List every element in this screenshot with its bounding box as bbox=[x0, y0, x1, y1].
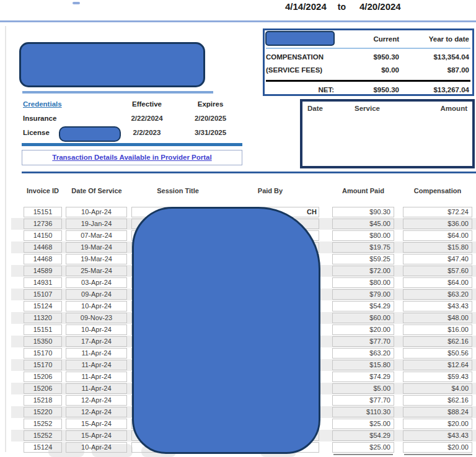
invoice-id-cell: 14150 bbox=[24, 230, 62, 241]
statement-period: 4/14/2024 to 4/20/2024 bbox=[285, 1, 401, 12]
period-separator: to bbox=[338, 2, 346, 12]
amount-column-underline bbox=[333, 454, 393, 455]
compensation-cell: $57.60 bbox=[403, 266, 472, 276]
summary-row-label: (SERVICE FEES) bbox=[266, 64, 335, 77]
invoice-id-cell: 15218 bbox=[24, 395, 62, 406]
amount-paid-cell: $110.30 bbox=[332, 407, 394, 417]
amount-paid-cell: $77.70 bbox=[332, 395, 394, 406]
pending-col-date: Date bbox=[307, 105, 323, 112]
date-of-service-cell: 19-Mar-24 bbox=[66, 254, 127, 264]
amount-paid-cell: $59.25 bbox=[332, 254, 394, 264]
mid-divider-rule bbox=[22, 172, 476, 173]
date-of-service-cell: 12-Apr-24 bbox=[66, 395, 127, 406]
date-of-service-cell: 25-Mar-24 bbox=[66, 266, 127, 276]
invoice-id-cell: 15220 bbox=[24, 407, 62, 417]
date-of-service-cell: 10-Apr-24 bbox=[66, 301, 127, 311]
amount-paid-cell: $20.00 bbox=[332, 324, 394, 335]
credential-effective-date: 2/22/2024 bbox=[116, 112, 178, 126]
invoice-id-cell: 12736 bbox=[24, 219, 62, 229]
date-of-service-cell: 11-Apr-24 bbox=[66, 372, 127, 382]
compensation-cell: $12.64 bbox=[403, 360, 472, 370]
redacted-license-number-box bbox=[59, 126, 121, 142]
header-session-title: Session Title bbox=[131, 187, 224, 194]
amount-paid-cell: $90.30 bbox=[332, 207, 394, 217]
summary-net-ytd: $13,267.04 bbox=[400, 84, 470, 97]
invoice-id-cell: 15206 bbox=[24, 383, 62, 394]
date-of-service-cell: 15-Apr-24 bbox=[66, 430, 127, 441]
summary-col-current: Current bbox=[335, 32, 400, 47]
date-of-service-cell: 09-Nov-23 bbox=[66, 313, 127, 323]
invoice-id-cell: 15350 bbox=[24, 336, 62, 347]
credential-expires-date: 2/20/2025 bbox=[178, 112, 243, 126]
header-amount-paid: Amount Paid bbox=[332, 187, 394, 194]
portal-link[interactable]: Transaction Details Available in Provide… bbox=[52, 154, 211, 161]
invoice-id-cell: 14931 bbox=[24, 277, 62, 288]
credentials-section: Credentials Effective Expires Insurance … bbox=[23, 98, 258, 141]
amount-paid-cell: $72.00 bbox=[332, 266, 394, 276]
invoice-id-cell: 14468 bbox=[24, 242, 62, 253]
compensation-cell: $16.00 bbox=[403, 324, 472, 335]
invoice-id-cell: 15124 bbox=[24, 301, 62, 311]
compensation-cell: $20.00 bbox=[403, 442, 472, 453]
date-of-service-cell: 19-Jan-24 bbox=[66, 219, 127, 229]
date-of-service-cell: 15-Apr-24 bbox=[66, 419, 127, 429]
compensation-cell: $72.24 bbox=[403, 207, 472, 217]
date-of-service-cell: 07-Mar-24 bbox=[66, 230, 127, 241]
compensation-cell: $50.56 bbox=[403, 348, 472, 359]
redacted-summary-label-box bbox=[265, 31, 335, 46]
compensation-cell: $47.40 bbox=[403, 254, 472, 264]
period-end-date: 4/20/2024 bbox=[359, 1, 401, 12]
top-divider-rule bbox=[0, 20, 476, 22]
amount-paid-cell: $15.80 bbox=[332, 360, 394, 370]
amount-paid-cell: $54.29 bbox=[332, 301, 394, 311]
compensation-cell: $63.20 bbox=[403, 289, 472, 300]
compensation-cell: $64.00 bbox=[403, 277, 472, 288]
amount-paid-cell: $45.00 bbox=[332, 219, 394, 229]
credentials-link[interactable]: Credentials bbox=[23, 100, 62, 108]
amount-paid-cell: $80.00 bbox=[332, 230, 394, 241]
portal-link-box: Transaction Details Available in Provide… bbox=[22, 150, 242, 165]
amount-paid-cell: $79.00 bbox=[332, 289, 394, 300]
pending-col-service: Service bbox=[355, 105, 380, 112]
credentials-col-expires: Expires bbox=[178, 98, 243, 112]
summary-net-current: $950.30 bbox=[335, 84, 400, 97]
invoice-table-headers: Invoice ID Date Of Service Session Title… bbox=[0, 187, 476, 198]
summary-row-current: $950.30 bbox=[335, 51, 400, 64]
compensation-summary-table: Current Year to date COMPENSATION $950.3… bbox=[263, 28, 474, 96]
date-of-service-cell: 09-Apr-24 bbox=[66, 289, 127, 300]
summary-net-label: NET: bbox=[266, 84, 335, 97]
amount-paid-cell: $19.75 bbox=[332, 242, 394, 253]
header-date-of-service: Date Of Service bbox=[60, 187, 134, 194]
amount-paid-cell: $25.00 bbox=[332, 442, 394, 453]
amount-paid-cell: $54.29 bbox=[332, 430, 394, 441]
invoice-id-cell: 15151 bbox=[24, 207, 62, 217]
credentials-col-effective: Effective bbox=[116, 98, 178, 112]
pending-col-amount: Amount bbox=[441, 105, 467, 112]
invoice-id-cell: 14589 bbox=[24, 266, 62, 276]
date-of-service-cell: 12-Apr-24 bbox=[66, 407, 127, 417]
header-compensation: Compensation bbox=[403, 187, 472, 194]
date-of-service-cell: 10-Apr-24 bbox=[66, 442, 127, 453]
summary-col-ytd: Year to date bbox=[400, 32, 470, 47]
summary-row-ytd: $13,354.04 bbox=[400, 51, 470, 64]
invoice-id-cell: 11320 bbox=[24, 313, 62, 323]
invoice-id-cell: 15170 bbox=[24, 360, 62, 370]
period-start-date: 4/14/2024 bbox=[285, 1, 327, 12]
compensation-cell: $36.00 bbox=[403, 219, 472, 229]
invoice-id-cell: 15206 bbox=[24, 372, 62, 382]
invoice-id-cell: 15252 bbox=[24, 419, 62, 429]
divider-above-link bbox=[22, 143, 242, 146]
compensation-cell: $88.24 bbox=[403, 407, 472, 417]
invoice-id-cell: 15151 bbox=[24, 324, 62, 335]
amount-paid-cell: $5.00 bbox=[332, 383, 394, 394]
date-of-service-cell: 11-Apr-24 bbox=[66, 348, 127, 359]
credential-expires-date: 3/31/2025 bbox=[178, 126, 243, 141]
date-of-service-cell: 10-Apr-24 bbox=[66, 324, 127, 335]
header-paid-by: Paid By bbox=[236, 187, 305, 194]
date-of-service-cell: 11-Apr-24 bbox=[66, 383, 127, 394]
compensation-cell: $64.00 bbox=[403, 230, 472, 241]
invoice-id-cell: 15107 bbox=[24, 289, 62, 300]
header-invoice-id: Invoice ID bbox=[24, 187, 62, 194]
date-of-service-cell: 11-Apr-24 bbox=[66, 360, 127, 370]
redacted-top-mark bbox=[73, 2, 80, 4]
